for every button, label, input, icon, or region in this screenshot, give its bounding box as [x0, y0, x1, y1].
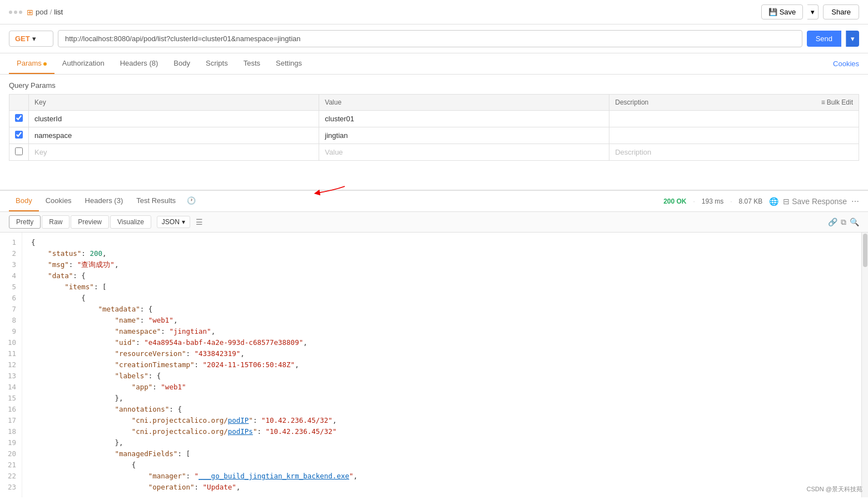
header-key: Key: [29, 95, 319, 111]
method-text: GET: [15, 34, 30, 43]
response-tabs-left: Body Cookies Headers (3) Test Results 🕐: [9, 191, 200, 211]
format-visualize[interactable]: Visualize: [110, 215, 151, 229]
response-tab-test-results[interactable]: Test Results: [130, 191, 182, 211]
link-icon-button[interactable]: 🔗: [828, 218, 837, 226]
tab-params[interactable]: Params: [9, 53, 54, 74]
search-icon-button[interactable]: 🔍: [850, 218, 859, 226]
format-raw[interactable]: Raw: [42, 215, 70, 229]
dot-2: [14, 11, 17, 14]
row2-value-cell[interactable]: jingtian: [319, 127, 609, 144]
watermark: CSDN @景天科技苑: [807, 485, 862, 493]
row3-key-cell[interactable]: Key: [29, 144, 319, 161]
row1-desc-cell[interactable]: [609, 111, 859, 127]
code-line-13: "labels": {: [31, 370, 852, 382]
send-button[interactable]: Send: [807, 31, 841, 47]
row1-checkbox[interactable]: [15, 114, 23, 122]
response-status-info: 200 OK · 193 ms · 8.07 KB 🌐 ⊟ Save Respo…: [663, 197, 859, 206]
code-line-18: "cni.projectcalico.org/podIPs": "10.42.2…: [31, 426, 852, 437]
row3-desc-cell[interactable]: Description: [609, 144, 859, 161]
row1-value-cell[interactable]: cluster01: [319, 111, 609, 127]
header-description: Description ≡ Bulk Edit: [609, 95, 859, 111]
method-dropdown-icon: ▾: [32, 34, 36, 43]
table-row: Key Value Description: [9, 144, 859, 161]
tab-scripts[interactable]: Scripts: [198, 53, 236, 74]
code-viewer-wrapper: 12345 678910 1112131415 1617181920 21222…: [0, 233, 868, 497]
scrollbar-thumb[interactable]: [863, 234, 867, 267]
code-line-1: {: [31, 237, 852, 248]
tab-tests[interactable]: Tests: [236, 53, 268, 74]
row3-value-cell[interactable]: Value: [319, 144, 609, 161]
breadcrumb-root[interactable]: pod: [36, 8, 48, 16]
row2-check-cell: [9, 127, 29, 144]
bulk-edit-label: Bulk Edit: [827, 98, 853, 106]
code-line-8: "name": "web1",: [31, 315, 852, 326]
status-separator1: ·: [693, 197, 695, 205]
json-dropdown-icon: ▾: [182, 218, 185, 226]
share-button[interactable]: Share: [823, 4, 859, 19]
code-line-3: "msg": "查询成功",: [31, 259, 852, 270]
tab-headers[interactable]: Headers (8): [112, 53, 166, 74]
line-numbers: 12345 678910 1112131415 1617181920 21222…: [0, 233, 22, 497]
globe-icon-button[interactable]: 🌐: [769, 197, 778, 206]
copy-icon-button[interactable]: ⧉: [841, 218, 846, 227]
desc-placeholder: Description: [615, 148, 651, 156]
response-actions: 🌐 ⊟ Save Response ⋯: [769, 197, 859, 206]
breadcrumb-current: list: [54, 8, 63, 16]
code-line-9: "namespace": "jingtian",: [31, 326, 852, 337]
format-preview[interactable]: Preview: [71, 215, 109, 229]
top-bar-right: 💾 Save ▾ Share: [761, 4, 859, 19]
format-icons: 🔗 ⧉ 🔍: [828, 218, 859, 227]
tab-settings[interactable]: Settings: [268, 53, 310, 74]
json-type-select[interactable]: JSON ▾: [157, 216, 190, 228]
top-bar-left: ⊞ pod / list: [9, 8, 63, 17]
code-line-14: "app": "web1": [31, 382, 852, 393]
row2-desc-cell[interactable]: [609, 127, 859, 144]
code-line-17: "cni.projectcalico.org/podIP": "10.42.23…: [31, 415, 852, 426]
breadcrumb: ⊞ pod / list: [27, 8, 63, 17]
table-row: namespace jingtian: [9, 127, 859, 144]
code-line-7: "metadata": {: [31, 304, 852, 315]
tab-body[interactable]: Body: [166, 53, 198, 74]
tabs-left: Params Authorization Headers (8) Body Sc…: [9, 53, 310, 74]
dot-1: [9, 11, 12, 14]
row1-key-cell[interactable]: clusterId: [29, 111, 319, 127]
save-dropdown-button[interactable]: ▾: [807, 4, 819, 19]
tab-authorization[interactable]: Authorization: [54, 53, 112, 74]
bulk-edit-button[interactable]: ≡ Bulk Edit: [821, 98, 853, 106]
params-dot: [43, 62, 47, 66]
row2-checkbox[interactable]: [15, 131, 23, 139]
send-dropdown-button[interactable]: ▾: [846, 31, 859, 47]
code-line-22: "manager": "___go_build_jingtian_krm_bac…: [31, 471, 852, 482]
code-line-5: "items": [: [31, 281, 852, 293]
format-controls: Pretty Raw Preview Visualize JSON ▾ ☰: [9, 215, 203, 229]
response-tab-history-icon[interactable]: 🕐: [182, 191, 200, 211]
query-params-title: Query Params: [9, 81, 859, 90]
response-tab-body[interactable]: Body: [9, 191, 39, 211]
code-line-4: "data": {: [31, 270, 852, 281]
scrollbar[interactable]: [861, 233, 868, 497]
code-content: { "status": 200, "msg": "查询成功", "data": …: [22, 233, 861, 497]
filter-icon-button[interactable]: ☰: [196, 218, 203, 226]
code-line-6: {: [31, 293, 852, 304]
code-line-11: "resourceVersion": "433842319",: [31, 348, 852, 359]
save-response-button[interactable]: ⊟ Save Response: [783, 197, 847, 206]
url-input[interactable]: [58, 30, 802, 47]
json-type-label: JSON: [162, 218, 180, 226]
save-button[interactable]: 💾 Save: [761, 4, 803, 19]
response-tab-cookies[interactable]: Cookies: [39, 191, 78, 211]
code-viewer: 12345 678910 1112131415 1617181920 21222…: [0, 233, 861, 497]
response-tabs-bar: Body Cookies Headers (3) Test Results 🕐 …: [0, 191, 868, 212]
spacer: [0, 167, 868, 190]
row3-checkbox[interactable]: [15, 147, 23, 155]
more-options-button[interactable]: ⋯: [851, 197, 859, 206]
response-tab-headers[interactable]: Headers (3): [78, 191, 130, 211]
save-icon: 💾: [768, 8, 777, 16]
cookies-link[interactable]: Cookies: [833, 60, 859, 68]
status-badge: 200 OK: [663, 197, 686, 205]
dot-3: [19, 11, 22, 14]
format-pretty[interactable]: Pretty: [9, 215, 41, 229]
row2-key-cell[interactable]: namespace: [29, 127, 319, 144]
query-params-section: Query Params Key Value Description ≡ Bul…: [0, 75, 868, 167]
method-select[interactable]: GET ▾: [9, 31, 53, 47]
value-placeholder: Value: [325, 148, 343, 156]
